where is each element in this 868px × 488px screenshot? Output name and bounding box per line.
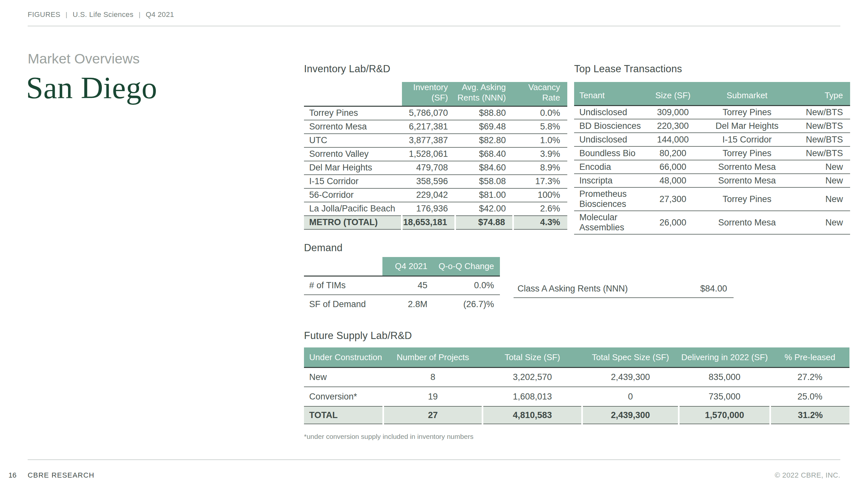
table-cell: New/BTS <box>791 147 850 160</box>
table-cell: 220,300 <box>643 119 703 133</box>
table-cell: 5,786,070 <box>402 106 455 120</box>
table-cell: 56-Corridor <box>304 188 402 202</box>
column-header: Delivering in 2022 (SF) <box>679 348 770 367</box>
column-header: Under Construction <box>304 348 383 367</box>
table-cell: New/BTS <box>791 133 850 147</box>
table-row: I-15 Corridor358,596$58.0817.3% <box>304 175 567 188</box>
column-header: Tenant <box>574 82 643 105</box>
table-cell: 80,200 <box>643 147 703 160</box>
table-cell: Del Mar Heights <box>703 119 791 133</box>
table-cell: New <box>791 160 850 174</box>
table-cell: 0.0% <box>433 276 500 295</box>
column-header <box>304 82 402 106</box>
table-row: SF of Demand2.8M(26.7)% <box>304 295 500 314</box>
table-cell: 479,708 <box>402 161 455 175</box>
table-cell: Torrey Pines <box>703 147 791 160</box>
table-row: Boundless Bio80,200Torrey PinesNew/BTS <box>574 147 850 160</box>
table-cell: Undisclosed <box>574 105 643 119</box>
future-supply-section: Future Supply Lab/R&D Under Construction… <box>304 330 849 441</box>
table-cell: 1,528,061 <box>402 148 455 161</box>
table-cell: 27,300 <box>643 187 703 211</box>
table-row: Conversion*191,608,0130735,00025.0% <box>304 387 849 406</box>
table-cell: Del Mar Heights <box>304 161 402 175</box>
table-cell: 27.2% <box>770 367 849 387</box>
column-header: Total Size (SF) <box>483 348 582 367</box>
table-cell: 144,000 <box>643 133 703 147</box>
table-cell: 229,042 <box>402 188 455 202</box>
table-cell: Sorrento Mesa <box>703 174 791 187</box>
table-cell: 45 <box>382 276 434 295</box>
section-eyebrow: Market Overviews <box>28 51 140 67</box>
table-row: New83,202,5702,439,300835,00027.2% <box>304 367 849 387</box>
table-cell: Prometheus Biosciences <box>574 187 643 211</box>
table-cell: 176,936 <box>402 202 455 216</box>
column-header: Avg. Asking Rents (NNN) <box>455 82 513 106</box>
table-cell: 0 <box>582 387 679 406</box>
table-cell: UTC <box>304 134 402 148</box>
table-cell: 3,202,570 <box>483 367 582 387</box>
footer-copyright: © 2022 CBRE, INC. <box>775 471 840 480</box>
table-cell: 835,000 <box>679 367 770 387</box>
table-row: Molecular Assemblies26,000Sorrento MesaN… <box>574 211 850 234</box>
inventory-section-title: Inventory Lab/R&D <box>304 63 567 75</box>
breadcrumb: FIGURES | U.S. Life Sciences | Q4 2021 <box>28 10 174 19</box>
table-cell: 100% <box>513 188 567 202</box>
class-a-rents-value: $84.00 <box>700 284 734 294</box>
table-cell: I-15 Corridor <box>703 133 791 147</box>
table-cell: TOTAL <box>304 406 383 424</box>
table-cell: New <box>791 187 850 211</box>
table-cell: New <box>304 367 383 387</box>
column-header: Type <box>791 82 850 105</box>
table-row: UTC3,877,387$82.801.0% <box>304 134 567 148</box>
table-cell: 5.8% <box>513 120 567 134</box>
breadcrumb-item-quarter: Q4 2021 <box>146 10 174 19</box>
table-row: BD Biosciences220,300Del Mar HeightsNew/… <box>574 119 850 133</box>
table-cell: 1.0% <box>513 134 567 148</box>
table-cell: 8 <box>383 367 483 387</box>
table-cell: Sorrento Mesa <box>703 211 791 234</box>
column-header: Vacancy Rate <box>513 82 567 106</box>
page-number: 16 <box>8 471 16 480</box>
table-cell: 1,608,013 <box>483 387 582 406</box>
breadcrumb-separator: | <box>138 11 141 19</box>
breadcrumb-separator: | <box>66 11 68 19</box>
table-cell: 2,439,300 <box>582 406 679 424</box>
table-cell: La Jolla/Pacific Beach <box>304 202 402 216</box>
table-cell: $68.40 <box>455 148 513 161</box>
future-supply-section-title: Future Supply Lab/R&D <box>304 330 849 341</box>
column-header: Total Spec Size (SF) <box>582 348 679 367</box>
table-cell: METRO (TOTAL) <box>304 216 402 229</box>
table-cell: 27 <box>383 406 483 424</box>
table-cell: 2.8M <box>382 295 434 314</box>
table-cell: 31.2% <box>770 406 849 424</box>
table-cell: Boundless Bio <box>574 147 643 160</box>
table-cell: $58.08 <box>455 175 513 188</box>
table-row: Encodia66,000Sorrento MesaNew <box>574 160 850 174</box>
inventory-table: Inventory (SF)Avg. Asking Rents (NNN)Vac… <box>304 82 567 230</box>
table-total-row: TOTAL274,810,5832,439,3001,570,00031.2% <box>304 406 849 424</box>
table-cell: 48,000 <box>643 174 703 187</box>
column-header: % Pre-leased <box>770 348 849 367</box>
top-lease-section-title: Top Lease Transactions <box>574 63 850 75</box>
column-header: Q-o-Q Change <box>433 257 500 276</box>
class-a-rents-row: Class A Asking Rents (NNN) $84.00 <box>514 280 734 298</box>
footer-divider <box>28 459 840 460</box>
table-cell: New <box>791 211 850 234</box>
top-lease-table: TenantSize (SF)SubmarketTypeUndisclosed3… <box>574 82 850 234</box>
header-divider <box>28 26 840 26</box>
table-row: Sorrento Valley1,528,061$68.403.9% <box>304 148 567 161</box>
table-cell: $82.80 <box>455 134 513 148</box>
table-row: 56-Corridor229,042$81.00100% <box>304 188 567 202</box>
table-cell: New/BTS <box>791 119 850 133</box>
breadcrumb-item-figures: FIGURES <box>28 10 61 19</box>
class-a-rents-label: Class A Asking Rents (NNN) <box>514 284 628 294</box>
table-row: Inscripta48,000Sorrento MesaNew <box>574 174 850 187</box>
table-cell: $69.48 <box>455 120 513 134</box>
table-cell: 358,596 <box>402 175 455 188</box>
table-cell: 309,000 <box>643 105 703 119</box>
column-header: Size (SF) <box>643 82 703 105</box>
column-header: Submarket <box>703 82 791 105</box>
table-cell: New/BTS <box>791 105 850 119</box>
table-cell: 19 <box>383 387 483 406</box>
demand-table: Q4 2021Q-o-Q Change# of TIMs450.0%SF of … <box>304 257 500 314</box>
